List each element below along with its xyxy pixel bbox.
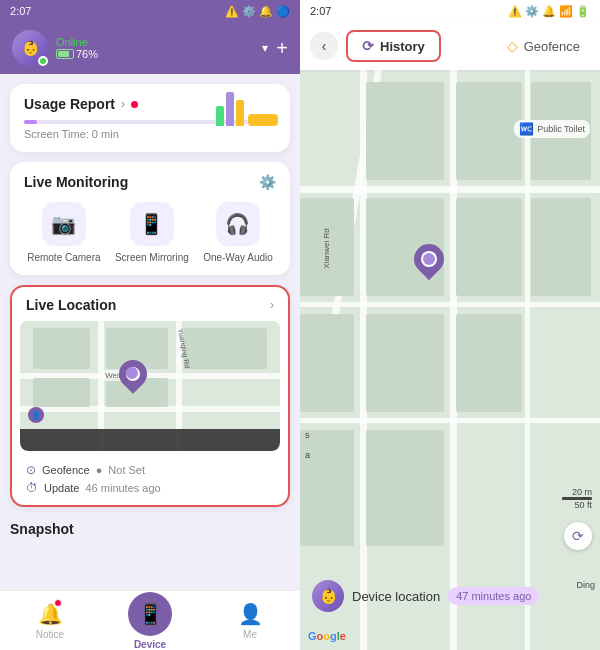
- bottom-nav: 🔔 Notice 📱 Device 👤 Me: [0, 590, 300, 650]
- status-time-left: 2:07: [10, 5, 31, 17]
- full-block10: [456, 314, 522, 413]
- full-block1: [366, 82, 444, 181]
- coin-shape: [248, 114, 278, 126]
- status-bar-right: 2:07 ⚠️ ⚙️ 🔔 📶 🔋: [300, 0, 600, 22]
- usage-report-card[interactable]: Usage Report › Screen Time: 0 min: [10, 84, 290, 152]
- battery-fill: [58, 51, 69, 57]
- usage-red-dot: [131, 101, 138, 108]
- map-block4: [33, 378, 90, 407]
- full-block2: [456, 82, 522, 181]
- map-pin-avatar: [123, 365, 140, 382]
- one-way-audio-item[interactable]: 🎧 One-Way Audio: [203, 202, 273, 263]
- full-block9: [366, 314, 444, 413]
- device-label: Device: [134, 639, 166, 650]
- header-right: ▾ +: [262, 38, 288, 58]
- usage-illustration: [216, 92, 278, 126]
- live-location-title: Live Location: [26, 297, 116, 313]
- device-location-bar: 👶 Device location 47 minutes ago: [300, 572, 600, 620]
- usage-report-arrow: ›: [121, 97, 125, 111]
- geofence-icon-small: ⊙: [26, 463, 36, 477]
- refresh-button[interactable]: ⟳: [564, 522, 592, 550]
- bar-purple: [226, 92, 234, 126]
- not-set-badge: ●: [96, 464, 103, 476]
- avatar: 👶: [12, 30, 48, 66]
- audio-icon-wrap: 🎧: [216, 202, 260, 246]
- me-icon: 👤: [238, 602, 263, 626]
- full-map-pin-inner: [421, 251, 437, 267]
- status-bar-left: 2:07 ⚠️ ⚙️ 🔔 🔵: [0, 0, 300, 22]
- geofence-row: ⊙ Geofence ● Not Set: [26, 463, 274, 477]
- gear-icon[interactable]: ⚙️: [259, 174, 276, 190]
- snapshot-title: Snapshot: [10, 521, 290, 537]
- full-map-background: Xianwei Rd 🚾 Public Toilet 20 m 50 ft ⟳: [300, 70, 600, 650]
- toilet-label: 🚾 Public Toilet: [514, 120, 590, 138]
- scroll-content: Usage Report › Screen Time: 0 min Live M…: [0, 74, 300, 590]
- google-logo: Google: [308, 630, 346, 642]
- location-arrow: ›: [270, 298, 274, 312]
- nav-me[interactable]: 👤 Me: [200, 591, 300, 650]
- notice-label: Notice: [36, 629, 64, 640]
- mini-map[interactable]: Weili Rd Yuanqing Rd 👤: [20, 321, 280, 451]
- map-block1: [33, 328, 90, 370]
- geofence-tab-icon: ◇: [507, 38, 518, 54]
- battery-info: 76%: [56, 48, 98, 60]
- status-icons-right: ⚠️ ⚙️ 🔔 📶 🔋: [508, 5, 590, 18]
- update-label: Update: [44, 482, 79, 494]
- full-map-pin-avatar: [421, 251, 438, 268]
- header-bar: 👶 Online 76% ▾ +: [0, 22, 300, 74]
- right-header: ‹ ⟳ History ◇ Geofence: [300, 22, 600, 70]
- nav-device[interactable]: 📱 Device: [100, 591, 200, 650]
- snapshot-section: Snapshot: [10, 517, 290, 547]
- dropdown-icon[interactable]: ▾: [262, 41, 268, 55]
- live-monitoring-header: Live Monitoring ⚙️: [24, 174, 276, 190]
- live-location-header: Live Location ›: [12, 287, 288, 321]
- one-way-audio-label: One-Way Audio: [203, 252, 273, 263]
- nav-notice[interactable]: 🔔 Notice: [0, 591, 100, 650]
- map-s-label: s: [305, 430, 310, 440]
- scale-20m: 20 m: [572, 487, 592, 497]
- history-icon: ⟳: [362, 38, 374, 54]
- location-meta: ⊙ Geofence ● Not Set ⏱ Update 46 minutes…: [12, 459, 288, 505]
- history-tab[interactable]: ⟳ History: [346, 30, 441, 62]
- camera-icon-wrap: 📷: [42, 202, 86, 246]
- device-location-time: 47 minutes ago: [448, 587, 539, 605]
- full-block11: [300, 430, 354, 546]
- geofence-tab[interactable]: ◇ Geofence: [497, 32, 590, 60]
- online-status: Online: [56, 36, 98, 48]
- full-map[interactable]: Xianwei Rd 🚾 Public Toilet 20 m 50 ft ⟳: [300, 70, 600, 650]
- usage-report-title: Usage Report: [24, 96, 115, 112]
- screen-mirroring-item[interactable]: 📱 Screen Mirroring: [115, 202, 189, 263]
- status-time-right: 2:07: [310, 5, 331, 17]
- full-block12: [366, 430, 444, 546]
- history-label: History: [380, 39, 425, 54]
- remote-camera-item[interactable]: 📷 Remote Camera: [27, 202, 100, 263]
- mirroring-icon-wrap: 📱: [130, 202, 174, 246]
- live-monitoring-title: Live Monitoring: [24, 174, 128, 190]
- map-a-label: a: [305, 450, 310, 460]
- geofence-label: Geofence: [42, 464, 90, 476]
- bar-yellow: [236, 100, 244, 126]
- map-dark-bar: [20, 429, 280, 451]
- clock-icon: ⏱: [26, 481, 38, 495]
- monitoring-grid: 📷 Remote Camera 📱 Screen Mirroring 🎧 One…: [24, 202, 276, 263]
- usage-bar-fill: [24, 120, 37, 124]
- usage-screen-time: Screen Time: 0 min: [24, 128, 276, 140]
- status-icons-left: ⚠️ ⚙️ 🔔 🔵: [225, 5, 290, 18]
- small-marker: 👤: [28, 407, 44, 423]
- toilet-icon: 🚾: [519, 122, 534, 136]
- update-row: ⏱ Update 46 minutes ago: [26, 481, 274, 495]
- status-info: Online 76%: [56, 36, 98, 60]
- bar-green: [216, 106, 224, 126]
- add-button[interactable]: +: [276, 38, 288, 58]
- me-label: Me: [243, 629, 257, 640]
- live-location-card[interactable]: Live Location › Weil: [10, 285, 290, 507]
- device-active-bg: 📱: [128, 592, 172, 636]
- toilet-label-text: Public Toilet: [537, 124, 585, 134]
- not-set-label: Not Set: [108, 464, 145, 476]
- scale-indicator: 20 m 50 ft: [562, 487, 592, 510]
- full-block7: [531, 198, 591, 297]
- full-block6: [456, 198, 522, 297]
- back-button[interactable]: ‹: [310, 32, 338, 60]
- full-block8: [300, 314, 354, 413]
- live-monitoring-card: Live Monitoring ⚙️ 📷 Remote Camera 📱 Scr…: [10, 162, 290, 275]
